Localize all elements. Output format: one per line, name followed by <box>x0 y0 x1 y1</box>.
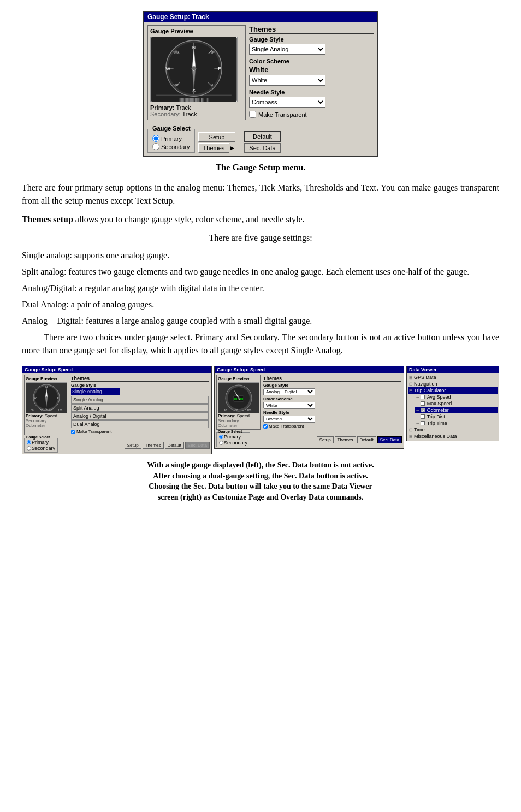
primary-radio-label[interactable]: Primary <box>152 135 190 142</box>
bottom-caption-line3: Choosing the Sec. Data button will take … <box>22 481 499 492</box>
secondary-label: Secondary: <box>150 111 181 117</box>
primary-radio[interactable] <box>152 135 159 142</box>
small-menu-single-left[interactable]: Single Analog <box>71 396 209 404</box>
small-make-transparent-right: Make Transparent <box>263 424 401 429</box>
small-secondary-radio-right[interactable] <box>219 441 223 445</box>
setup-button[interactable]: Setup <box>198 132 236 142</box>
small-menu-dual-left[interactable]: Dual Analog <box>71 420 209 428</box>
secondary-radio[interactable] <box>152 143 159 150</box>
checkbox-max-speed[interactable] <box>421 401 425 406</box>
small-preview-left: Gauge Preview N E S W 30 <box>24 375 68 435</box>
small-themes-left-title: Themes <box>71 376 209 382</box>
needle-style-select[interactable]: Compass Standard Beveled <box>249 97 325 108</box>
paragraph-3: There are five gauge settings: <box>22 232 499 245</box>
small-gauge-style-select-left[interactable]: Single Analog <box>71 388 120 395</box>
svg-text:SE: SE <box>210 83 215 87</box>
svg-text:NE: NE <box>210 51 215 55</box>
small-secondary-radio-left[interactable] <box>27 446 31 451</box>
checkbox-icon-tripdist: ··· <box>416 414 419 419</box>
default-button[interactable]: Default <box>244 131 280 142</box>
small-sec-data-btn-right[interactable]: Sec. Data <box>377 436 402 443</box>
checkbox-trip-time[interactable] <box>421 421 425 425</box>
small-primary-radio-right[interactable] <box>219 435 223 439</box>
bottom-row: Gauge Select Primary Secondary Setup The… <box>144 123 377 156</box>
small-setup-btn-right[interactable]: Setup <box>317 436 334 443</box>
checkbox-avg-speed[interactable] <box>421 395 425 399</box>
paragraph-7: Dual Analog: a pair of analog gauges. <box>22 298 499 311</box>
small-color-scheme-select-right[interactable]: White <box>263 402 315 409</box>
small-dialog-left: Gauge Setup: Speed Gauge Preview N E S W <box>22 366 212 454</box>
tree-item-navigation[interactable]: ⊞ Navigation <box>408 381 498 387</box>
gauge-preview-section: Gauge Preview <box>147 25 246 120</box>
small-gauge-style-label-left: Gauge Style <box>71 383 209 388</box>
small-color-scheme-label-right: Color Scheme <box>263 396 401 401</box>
small-make-transparent-left: Make Transparent <box>71 429 209 434</box>
small-setup-btn-left[interactable]: Setup <box>125 442 141 449</box>
tree-item-max-speed[interactable]: ··· Max Speed <box>415 400 498 407</box>
small-themes-btn-left[interactable]: Themes <box>143 442 164 449</box>
small-preview-right-title: Gauge Preview <box>218 376 259 381</box>
sec-data-button[interactable]: Sec. Data <box>244 143 280 153</box>
make-transparent-checkbox[interactable] <box>249 111 256 118</box>
themes-button[interactable]: Themes <box>198 143 230 153</box>
svg-text:E: E <box>218 66 221 72</box>
tree-label-trip-dist: Trip Dist <box>427 414 445 419</box>
small-menu-analog-digital-left[interactable]: Analog / Digital <box>71 412 209 420</box>
color-scheme-value: White <box>249 66 374 74</box>
small-transparent-checkbox-left[interactable] <box>71 430 75 434</box>
small-dialog-left-title: Gauge Setup: Speed <box>22 366 211 373</box>
small-transparent-checkbox-right[interactable] <box>263 424 268 429</box>
action-buttons: Setup Themes ▶ <box>198 132 236 153</box>
svg-text:W: W <box>166 66 171 72</box>
needle-style-group: Needle Style Compass Standard Beveled <box>249 89 374 108</box>
gauge-image: N E S W NE SE SW NW <box>150 37 238 102</box>
gauge-style-label: Gauge Style <box>249 36 374 43</box>
paragraph-2-rest: allows you to change gauge style, color … <box>75 215 305 224</box>
color-scheme-select[interactable]: White Black Blue <box>249 75 325 86</box>
gauge-select-box: Gauge Select Primary Secondary <box>147 129 195 153</box>
tree-item-gps[interactable]: ⊞ GPS Data <box>408 374 498 381</box>
paragraph-6: Analog/Digital: a regular analog gauge w… <box>22 282 499 295</box>
themes-title: Themes <box>249 25 374 34</box>
tree-item-odometer[interactable]: ··· ✓ Odometer <box>415 407 498 413</box>
checkbox-icon-triptime: ··· <box>416 421 419 426</box>
small-default-btn-right[interactable]: Default <box>357 436 376 443</box>
tree-item-trip-time[interactable]: ··· Trip Time <box>415 420 498 426</box>
small-default-btn-left[interactable]: Default <box>165 442 184 449</box>
themes-section: Themes Gauge Style Single Analog Split A… <box>249 25 374 120</box>
small-secondary-right: Secondary: Odometer <box>218 418 259 428</box>
checkbox-odometer[interactable]: ✓ <box>421 408 425 412</box>
color-scheme-label: Color Scheme <box>249 58 374 64</box>
gauge-style-select[interactable]: Single Analog Split Analog Analog/Digita… <box>249 44 325 55</box>
small-primary-radio-left[interactable] <box>27 440 31 444</box>
bottom-caption-line1: With a single gauge displayed (left), th… <box>22 460 499 471</box>
expand-icon-gps: ⊞ <box>409 375 413 380</box>
secondary-radio-label[interactable]: Secondary <box>152 143 190 150</box>
data-viewer: Data Viewer ⊞ GPS Data ⊞ Navigation ⊟ Tr… <box>406 366 499 441</box>
tree-item-trip-calculator[interactable]: ⊟ Trip Calculator <box>408 387 498 394</box>
checkbox-trip-dist[interactable] <box>421 414 425 419</box>
tree-item-trip-dist[interactable]: ··· Trip Dist <box>415 413 498 420</box>
svg-text:80: 80 <box>235 408 238 412</box>
small-menu-split-left[interactable]: Split Analog <box>71 404 209 412</box>
small-gauge-style-select-right[interactable]: Analog + Digital <box>263 388 315 395</box>
dialog-title: Gauge Setup: Track <box>144 12 377 22</box>
themes-arrow-icon: ▶ <box>229 145 235 151</box>
tree-item-avg-speed[interactable]: ··· Avg Speed <box>415 394 498 400</box>
small-transparent-label-right: Make Transparent <box>269 424 304 429</box>
svg-text:N: N <box>45 385 48 388</box>
small-btns-left: Setup Themes Default Sec. Data <box>125 442 210 449</box>
tree-item-misc[interactable]: ⊞ Miscellaneous Data <box>408 433 498 440</box>
small-themes-btn-right[interactable]: Themes <box>335 436 356 443</box>
gauge-setup-dialog: Gauge Setup: Track Gauge Preview <box>143 11 378 157</box>
small-needle-style-select-right[interactable]: Beveled <box>263 416 315 423</box>
svg-text:W: W <box>34 396 37 400</box>
primary-secondary-labels: Primary: Track Secondary: Track <box>150 104 243 117</box>
small-secondary-left: Secondary: Odometer <box>26 418 67 428</box>
small-themes-left: Themes Gauge Style Single Analog Single … <box>70 375 210 435</box>
tree-item-time[interactable]: ⊞ Time <box>408 426 498 433</box>
tree-children-trip: ··· Avg Speed ··· Max Speed ··· ✓ Odomet… <box>415 394 498 426</box>
screenshots-row: Gauge Setup: Speed Gauge Preview N E S W <box>22 366 499 454</box>
small-sec-data-btn-left[interactable]: Sec. Data <box>185 442 210 449</box>
svg-text:40: 40 <box>224 408 227 412</box>
